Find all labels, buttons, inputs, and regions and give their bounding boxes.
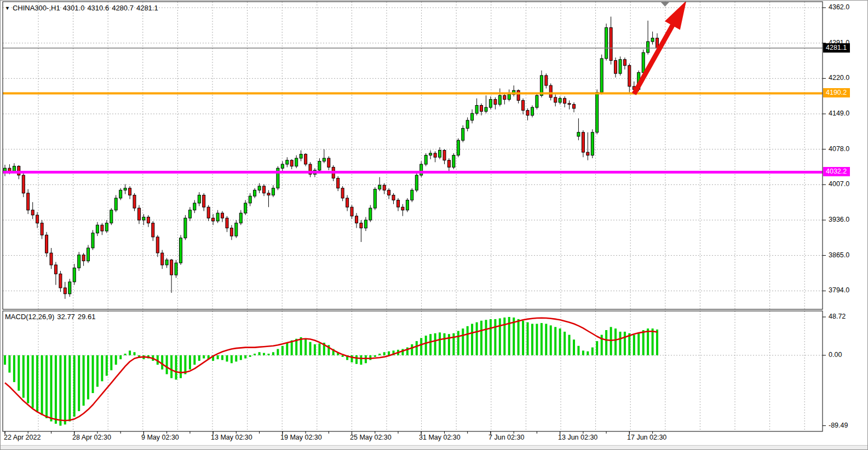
time-axis-label: 7 Jun 02:30 [488, 434, 524, 442]
mt4-chart-window: ▼CHINA300-,H14301.04310.64280.74281.1 MA… [0, 0, 868, 450]
price-axis-label: 3936.0 [829, 216, 849, 224]
price-axis-label: 3865.0 [829, 251, 849, 259]
current-price-badge: 4281.1 [823, 43, 850, 53]
time-axis[interactable]: 22 Apr 202228 Apr 02:309 May 02:3013 May… [1, 432, 868, 445]
macd-signal-value: 29.61 [78, 313, 96, 321]
symbol-dropdown-icon[interactable]: ▼ [5, 5, 10, 11]
window-bottom-strip [1, 445, 868, 450]
resistance-price-badge: 4190.2 [823, 88, 850, 97]
time-axis-label: 22 Apr 2022 [4, 434, 41, 442]
price-axis-label: 3794.0 [829, 286, 849, 295]
symbol-title: CHINA300-,H1 [13, 4, 60, 12]
time-axis-label: 13 May 02:30 [211, 434, 252, 442]
macd-axis-label: -89.49 [829, 422, 848, 430]
time-axis-label: 19 May 02:30 [280, 434, 322, 442]
macd-legend: MACD(12,26,9)32.7729.61 [5, 313, 95, 321]
chart-canvas[interactable] [1, 1, 868, 450]
macd-main-value: 32.77 [57, 313, 75, 321]
price-axis-label: 4220.0 [829, 74, 849, 82]
legend-high-value: 4310.6 [87, 4, 109, 12]
time-axis-label: 31 May 02:30 [419, 434, 461, 442]
price-axis-label: 4149.0 [829, 109, 849, 118]
legend-close-value: 4281.1 [136, 4, 158, 12]
price-axis-label: 4078.0 [829, 145, 849, 153]
window-background [1, 1, 868, 450]
macd-indicator-name: MACD(12,26,9) [5, 313, 54, 321]
macd-axis-label: 48.72 [829, 313, 846, 321]
time-axis-label: 9 May 02:30 [141, 434, 179, 442]
legend-low-value: 4280.7 [112, 4, 134, 12]
legend-open-value: 4301.0 [63, 4, 85, 12]
price-axis-label: 4362.0 [829, 3, 849, 11]
chart-legend: ▼CHINA300-,H14301.04310.64280.74281.1 [5, 4, 158, 12]
time-axis-label: 13 Jun 02:30 [558, 434, 597, 442]
time-axis-label: 28 Apr 02:30 [72, 434, 111, 442]
support-price-badge: 4032.2 [823, 167, 850, 176]
time-axis-label: 17 Jun 02:30 [627, 434, 666, 442]
time-axis-label: 25 May 02:30 [350, 434, 392, 442]
price-axis-label: 4007.0 [829, 180, 849, 188]
macd-axis-label: 0.00 [829, 351, 842, 359]
